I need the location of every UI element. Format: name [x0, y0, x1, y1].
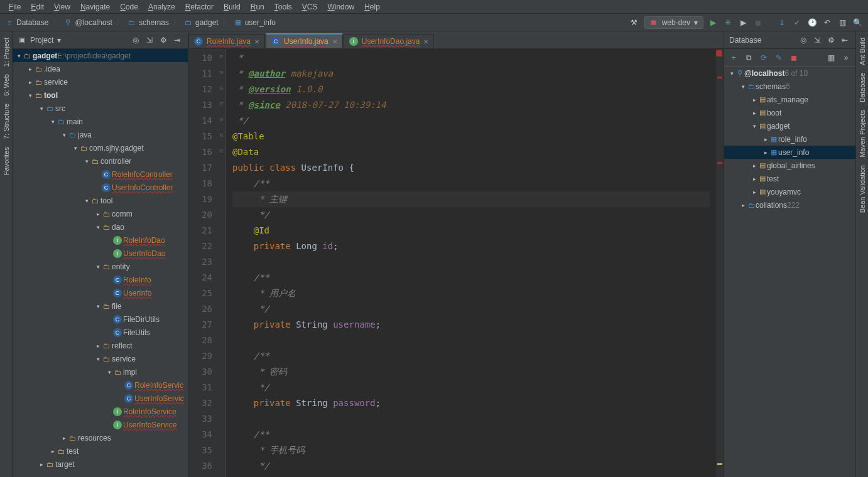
tree-item[interactable]: ▸🗀resources: [13, 431, 188, 444]
fold-gutter[interactable]: ⊟⊟⊟⊟⊟⊟⊟: [217, 49, 226, 477]
tree-item[interactable]: IRoleInfoDao: [13, 233, 188, 247]
code-line[interactable]: * 手机号码: [232, 442, 710, 458]
tree-item[interactable]: ▾🗀com.sjhy.gadget: [13, 141, 188, 154]
line-number[interactable]: 25: [188, 286, 212, 301]
fold-marker[interactable]: ⊟: [217, 96, 225, 112]
code-line[interactable]: @Table: [232, 129, 710, 144]
more-icon[interactable]: »: [840, 52, 852, 63]
tree-item[interactable]: ▾🗀tool: [13, 88, 188, 102]
tree-item[interactable]: ▸🗀target: [13, 458, 188, 471]
tree-item[interactable]: CFileUtils: [13, 326, 188, 339]
line-number[interactable]: 21: [188, 223, 212, 238]
db-tree-item[interactable]: ▸▤ ats_manage: [724, 93, 855, 106]
expand-arrow-icon[interactable]: ▾: [94, 303, 102, 309]
tree-item[interactable]: ▸🗀reflect: [13, 339, 188, 352]
expand-arrow-icon[interactable]: ▾: [94, 356, 102, 362]
tool-tab-mavenprojects[interactable]: Maven Projects: [857, 106, 867, 161]
stop-icon[interactable]: ◼: [788, 52, 800, 63]
code-line[interactable]: [232, 254, 710, 270]
tree-item[interactable]: CUserInfoServic: [13, 392, 188, 405]
menu-edit[interactable]: Edit: [26, 1, 49, 13]
tree-item[interactable]: ▸🗀comm: [13, 207, 188, 220]
database-tree[interactable]: ▾⚲ @localhost 6 of 10▾🗀 schemas 6▸▤ ats_…: [724, 67, 855, 477]
tree-item[interactable]: ▸🗀service: [13, 75, 188, 88]
editor-tab[interactable]: CUserInfo.java✕: [266, 33, 343, 48]
line-number[interactable]: 33: [188, 411, 212, 427]
locate-icon[interactable]: ◎: [130, 35, 141, 46]
hide-icon[interactable]: ⇤: [839, 35, 850, 46]
code-line[interactable]: *: [232, 50, 710, 66]
collapse-all-icon[interactable]: ⇲: [811, 35, 823, 46]
code-line[interactable]: @Data: [232, 144, 710, 160]
error-stripe[interactable]: [716, 49, 724, 477]
tool-tab-favorites[interactable]: Favorites: [1, 143, 11, 179]
locate-icon[interactable]: ◎: [798, 35, 809, 46]
code-line[interactable]: * @since 2018-07-27 10:39:14: [232, 97, 710, 113]
make-project-icon[interactable]: ⚒: [629, 17, 640, 28]
line-number[interactable]: 19: [188, 191, 212, 207]
tree-item[interactable]: ▾🗀service: [13, 352, 188, 365]
line-number[interactable]: 36: [188, 458, 212, 474]
expand-arrow-icon[interactable]: ▸: [60, 435, 68, 441]
expand-arrow-icon[interactable]: ▸: [751, 176, 758, 182]
line-number[interactable]: 29: [188, 348, 212, 364]
refresh-icon[interactable]: ⟳: [758, 52, 769, 63]
line-number[interactable]: 32: [188, 395, 212, 411]
db-tree-item[interactable]: ▸▤ global_airlines: [724, 159, 855, 172]
line-number[interactable]: 11: [188, 66, 212, 82]
expand-arrow-icon[interactable]: ▸: [38, 461, 45, 468]
line-number[interactable]: 15: [188, 129, 212, 144]
expand-arrow-icon[interactable]: ▸: [751, 97, 758, 103]
code-content[interactable]: * * @author makejava * @version 1.0.0 * …: [226, 49, 716, 477]
menu-refactor[interactable]: Refactor: [180, 1, 219, 13]
breadcrumb-item[interactable]: 🗀gadget: [184, 18, 219, 27]
fold-marker[interactable]: ⊟: [217, 143, 225, 159]
tree-item[interactable]: CRoleInfo: [13, 273, 188, 286]
menu-analyze[interactable]: Analyze: [143, 1, 180, 13]
tree-item[interactable]: ▾🗀tool: [13, 194, 188, 207]
duplicate-icon[interactable]: ⧉: [743, 52, 754, 63]
code-line[interactable]: private String password;: [232, 395, 710, 411]
menu-code[interactable]: Code: [115, 1, 143, 13]
line-number[interactable]: 23: [188, 254, 212, 270]
db-tree-item[interactable]: ▾▤ gadget: [724, 119, 855, 132]
breadcrumb-item[interactable]: 🗀schemas: [127, 18, 169, 27]
db-tree-item[interactable]: ▸▤ test: [724, 172, 855, 185]
menu-file[interactable]: File: [4, 1, 26, 13]
code-line[interactable]: */: [232, 458, 710, 474]
expand-arrow-icon[interactable]: ▾: [728, 70, 735, 77]
line-number[interactable]: 10: [188, 50, 212, 66]
expand-arrow-icon[interactable]: ▾: [49, 119, 57, 125]
code-line[interactable]: /**: [232, 427, 710, 442]
expand-arrow-icon[interactable]: ▾: [94, 264, 102, 270]
db-tree-item[interactable]: ▸▦ user_info: [724, 146, 855, 159]
tree-item[interactable]: CUserInfoController: [13, 181, 188, 194]
sync-icon[interactable]: ✎: [773, 52, 784, 63]
code-line[interactable]: /**: [232, 348, 710, 364]
editor-tab[interactable]: IUserInfoDao.java✕: [344, 34, 435, 48]
line-number[interactable]: 31: [188, 380, 212, 395]
error-mark[interactable]: [717, 77, 722, 78]
tree-item[interactable]: ▸🗀.idea: [13, 62, 188, 75]
code-line[interactable]: */: [232, 207, 710, 223]
tree-item[interactable]: ▾🗀src: [13, 102, 188, 115]
line-number[interactable]: 35: [188, 442, 212, 458]
expand-arrow-icon[interactable]: ▾: [38, 105, 45, 112]
expand-arrow-icon[interactable]: ▾: [751, 123, 758, 129]
expand-arrow-icon[interactable]: ▸: [49, 448, 57, 454]
expand-arrow-icon[interactable]: ▸: [739, 202, 747, 208]
code-line[interactable]: private String username;: [232, 317, 710, 333]
code-line[interactable]: [232, 333, 710, 348]
coverage-button[interactable]: ▶: [737, 17, 749, 28]
expand-arrow-icon[interactable]: ▸: [94, 343, 102, 349]
expand-arrow-icon[interactable]: ▸: [751, 189, 758, 195]
tool-tab-web[interactable]: 6: Web: [1, 70, 11, 100]
fold-marker[interactable]: ⊟: [217, 65, 225, 80]
editor[interactable]: 1011121314151617181920212223242526272829…: [188, 49, 724, 477]
tree-item[interactable]: CRoleInfoController: [13, 168, 188, 181]
tool-tab-beanvalidation[interactable]: Bean Validation: [857, 161, 867, 217]
expand-arrow-icon[interactable]: ▸: [94, 211, 102, 217]
line-number[interactable]: 14: [188, 113, 212, 129]
db-schemas-folder[interactable]: ▾🗀 schemas 6: [724, 80, 855, 93]
project-tree[interactable]: ▾🗀 gadget E:\project\idea\gadget▸🗀.idea▸…: [13, 49, 188, 477]
